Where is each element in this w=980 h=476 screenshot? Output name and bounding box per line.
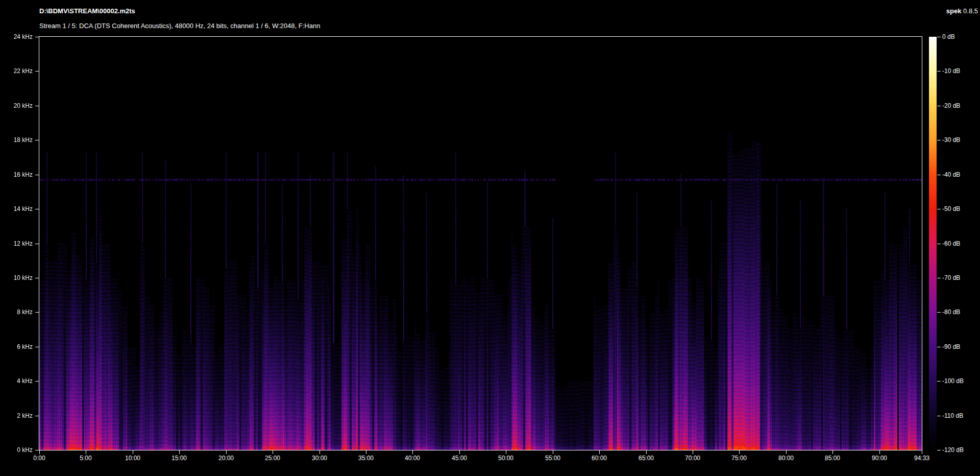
time-tick (459, 450, 460, 454)
time-tick-label: 5:00 (70, 455, 101, 462)
db-tick (937, 312, 941, 313)
db-tick-label: -10 dB (942, 67, 960, 75)
time-tick-label: 25:00 (257, 455, 288, 462)
db-tick (937, 106, 941, 106)
time-tick (832, 450, 833, 454)
db-tick (937, 244, 941, 244)
db-tick-label: 0 dB (942, 33, 955, 40)
time-tick (786, 450, 787, 454)
time-tick-label: 10:00 (117, 455, 148, 462)
time-tick-label: 0:00 (24, 455, 55, 462)
db-tick (937, 140, 941, 140)
time-tick (693, 450, 693, 454)
time-tick (366, 450, 366, 454)
db-tick (937, 175, 941, 175)
db-tick (937, 278, 941, 278)
freq-tick-label: 24 kHz (0, 33, 33, 40)
time-tick (412, 450, 413, 454)
freq-tick-label: 18 kHz (0, 136, 33, 144)
db-tick-label: -120 dB (942, 446, 964, 454)
freq-tick (35, 71, 39, 72)
time-tick (179, 450, 180, 454)
colorbar-canvas (929, 37, 937, 450)
time-tick (320, 450, 320, 454)
freq-tick (35, 278, 39, 278)
freq-tick (35, 140, 39, 140)
time-tick (86, 450, 86, 454)
time-tick-label: 90:00 (864, 455, 895, 462)
time-tick (39, 450, 40, 454)
freq-tick (35, 381, 39, 382)
app-brand: spek 0.8.5 (946, 7, 978, 15)
time-tick-label: 45:00 (444, 455, 475, 462)
app-version: 0.8.5 (963, 7, 978, 15)
freq-tick (35, 106, 39, 106)
freq-tick-label: 16 kHz (0, 171, 33, 178)
time-tick (226, 450, 227, 454)
time-tick-label: 40:00 (397, 455, 428, 462)
db-tick-label: -50 dB (942, 205, 960, 212)
spectrogram-canvas (39, 37, 922, 450)
spectrogram-plot (39, 36, 922, 450)
time-tick-label: 60:00 (584, 455, 615, 462)
time-tick (133, 450, 133, 454)
freq-tick-label: 10 kHz (0, 274, 33, 281)
freq-tick (35, 347, 39, 347)
time-tick-label: 35:00 (351, 455, 381, 462)
stream-info: Stream 1 / 5: DCA (DTS Coherent Acoustic… (39, 22, 320, 30)
spek-window: D:\BDMV\STREAM\00002.m2ts Stream 1 / 5: … (0, 0, 980, 476)
time-tick-label: 94:33 (906, 455, 937, 462)
time-tick-label: 75:00 (724, 455, 754, 462)
time-tick-label: 20:00 (211, 455, 241, 462)
db-tick-label: -20 dB (942, 102, 960, 109)
freq-tick-label: 20 kHz (0, 102, 33, 109)
freq-tick (35, 416, 39, 416)
time-tick (739, 450, 740, 454)
time-tick (922, 450, 922, 454)
db-tick-label: -90 dB (942, 343, 960, 350)
time-tick-label: 30:00 (304, 455, 335, 462)
time-tick (273, 450, 273, 454)
db-tick (937, 209, 941, 209)
freq-tick-label: 22 kHz (0, 67, 33, 75)
colorbar-legend (929, 37, 937, 450)
db-tick (937, 381, 941, 382)
db-tick (937, 347, 941, 347)
file-path-title: D:\BDMV\STREAM\00002.m2ts (39, 7, 135, 15)
freq-tick-label: 2 kHz (0, 412, 33, 419)
time-tick (599, 450, 600, 454)
freq-tick (35, 209, 39, 209)
time-tick (506, 450, 506, 454)
time-tick (646, 450, 647, 454)
freq-tick-label: 14 kHz (0, 205, 33, 212)
time-tick-label: 85:00 (817, 455, 848, 462)
time-tick (553, 450, 553, 454)
db-tick (937, 71, 941, 72)
db-tick-label: -70 dB (942, 274, 960, 281)
time-tick-label: 80:00 (771, 455, 801, 462)
time-tick-label: 50:00 (491, 455, 521, 462)
app-name: spek (946, 7, 962, 15)
freq-tick (35, 244, 39, 244)
db-tick-label: -40 dB (942, 171, 960, 178)
freq-tick-label: 6 kHz (0, 343, 33, 350)
time-tick-label: 55:00 (537, 455, 568, 462)
time-tick-label: 70:00 (677, 455, 708, 462)
db-tick-label: -30 dB (942, 136, 960, 144)
time-tick-label: 15:00 (164, 455, 194, 462)
time-tick (879, 450, 880, 454)
freq-tick (35, 312, 39, 313)
freq-tick-label: 12 kHz (0, 240, 33, 247)
db-tick (937, 37, 941, 37)
freq-tick-label: 4 kHz (0, 377, 33, 385)
db-tick-label: -110 dB (942, 412, 963, 419)
freq-tick (35, 450, 39, 450)
db-tick (937, 450, 941, 450)
db-tick (937, 416, 941, 416)
db-tick-label: -100 dB (942, 377, 964, 385)
freq-tick-label: 0 kHz (0, 446, 33, 454)
db-tick-label: -60 dB (942, 240, 960, 247)
freq-tick (35, 37, 39, 37)
freq-tick-label: 8 kHz (0, 308, 33, 316)
db-tick-label: -80 dB (942, 308, 960, 316)
